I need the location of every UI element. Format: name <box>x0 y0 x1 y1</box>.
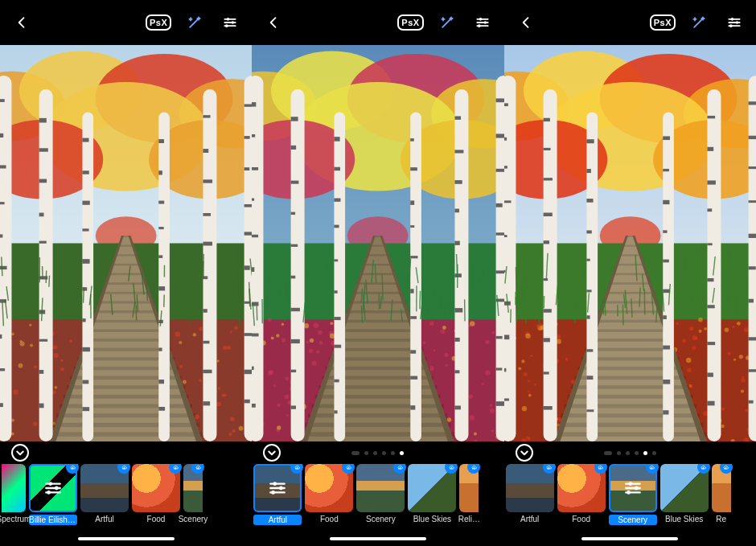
svg-point-49 <box>227 346 231 350</box>
svg-line-307 <box>191 306 191 325</box>
svg-rect-577 <box>455 273 462 277</box>
svg-rect-836 <box>609 282 651 285</box>
svg-rect-260 <box>244 265 250 269</box>
psx-button[interactable]: PsX <box>146 14 171 31</box>
filter-strip[interactable]: SpectrumBillie Eilish Bl…ArtfulFoodScene… <box>0 464 252 532</box>
svg-rect-177 <box>115 254 137 256</box>
svg-rect-837 <box>606 292 655 294</box>
psx-button[interactable]: PsX <box>397 14 423 31</box>
svg-point-752 <box>744 327 749 332</box>
svg-rect-849 <box>564 404 696 408</box>
top-toolbar: PsX <box>252 0 503 45</box>
svg-point-0 <box>227 18 230 21</box>
svg-rect-866 <box>543 89 557 441</box>
svg-point-25 <box>33 421 37 425</box>
svg-point-982 <box>635 486 639 491</box>
svg-point-814 <box>698 330 701 333</box>
svg-rect-221 <box>82 112 93 441</box>
svg-rect-183 <box>94 310 157 313</box>
svg-rect-225 <box>82 228 88 231</box>
filter-thumb-label: Food <box>305 515 353 523</box>
svg-point-121 <box>224 394 226 396</box>
sliders-icon[interactable] <box>470 10 495 35</box>
svg-point-23 <box>183 380 187 384</box>
svg-rect-251 <box>203 341 209 344</box>
svg-point-488 <box>433 349 436 351</box>
filter-thumb-label: Food <box>557 515 606 523</box>
image-canvas[interactable] <box>504 45 756 441</box>
svg-point-372 <box>271 337 274 340</box>
image-canvas[interactable] <box>252 45 503 441</box>
filter-thumb-scenery[interactable]: Scenery <box>356 464 405 523</box>
svg-rect-865 <box>504 398 509 400</box>
svg-point-43 <box>34 365 37 368</box>
svg-point-328 <box>479 18 482 21</box>
svg-rect-554 <box>335 259 339 261</box>
image-canvas[interactable] <box>0 45 252 441</box>
svg-point-435 <box>304 323 309 328</box>
filter-thumb-billie[interactable]: Billie Eilish Bl… <box>29 464 77 525</box>
svg-rect-230 <box>82 380 88 384</box>
svg-point-779 <box>727 352 730 355</box>
sliders-icon[interactable] <box>722 10 746 35</box>
svg-rect-212 <box>39 148 48 151</box>
svg-point-133 <box>230 330 232 333</box>
svg-point-363 <box>277 425 281 429</box>
home-indicator <box>0 532 252 546</box>
svg-point-356 <box>286 377 289 380</box>
back-icon[interactable] <box>514 10 538 35</box>
magic-wand-icon[interactable] <box>435 10 459 35</box>
svg-rect-245 <box>203 149 208 153</box>
svg-rect-535 <box>252 333 259 336</box>
svg-rect-261 <box>244 302 250 304</box>
filter-thumb-spectrum[interactable]: Spectrum <box>2 464 26 523</box>
chevron-down-icon[interactable] <box>11 444 29 462</box>
filter-thumb-reli[interactable]: Reli… <box>459 464 479 523</box>
svg-rect-514 <box>336 339 420 342</box>
back-icon[interactable] <box>10 10 34 35</box>
svg-rect-585 <box>496 169 504 172</box>
svg-point-783 <box>534 384 536 386</box>
svg-line-939 <box>516 267 516 293</box>
svg-point-409 <box>445 353 449 357</box>
filter-strip[interactable]: ArtfulFoodSceneryBlue SkiesRe <box>504 464 756 532</box>
svg-rect-219 <box>39 370 44 374</box>
filter-thumb-artful[interactable]: Artful <box>253 464 302 525</box>
filter-thumb-scenery[interactable]: Scenery <box>609 464 657 525</box>
svg-rect-588 <box>496 270 504 273</box>
svg-rect-884 <box>586 315 590 318</box>
svg-line-969 <box>605 299 606 316</box>
filter-thumb-artful[interactable]: Artful <box>80 464 129 523</box>
filter-thumb-scenery[interactable]: Scenery <box>183 464 203 523</box>
svg-point-767 <box>741 378 745 382</box>
magic-wand-icon[interactable] <box>687 10 711 35</box>
filter-strip[interactable]: ArtfulFoodSceneryBlue SkiesReli… <box>252 464 503 532</box>
svg-point-387 <box>474 433 477 436</box>
filter-thumb-food[interactable]: Food <box>305 464 353 523</box>
psx-button[interactable]: PsX <box>650 14 676 31</box>
svg-point-778 <box>733 359 736 361</box>
svg-rect-592 <box>496 401 504 406</box>
svg-rect-224 <box>82 201 89 205</box>
svg-point-697 <box>724 328 729 333</box>
svg-rect-890 <box>663 169 669 171</box>
svg-point-829 <box>528 394 532 397</box>
filter-thumb-artful[interactable]: Artful <box>506 464 554 523</box>
svg-point-753 <box>689 326 693 330</box>
magic-wand-icon[interactable] <box>183 10 207 35</box>
svg-line-927 <box>622 305 623 326</box>
svg-rect-541 <box>291 181 299 184</box>
svg-rect-910 <box>748 76 756 441</box>
chevron-down-icon[interactable] <box>516 444 533 462</box>
svg-line-273 <box>49 275 50 286</box>
chevron-down-icon[interactable] <box>263 444 281 462</box>
back-icon[interactable] <box>261 10 286 35</box>
svg-rect-838 <box>602 301 658 303</box>
svg-point-803 <box>692 346 696 350</box>
svg-rect-832 <box>622 245 637 247</box>
svg-point-455 <box>273 384 276 387</box>
filter-thumb-reli[interactable]: Re <box>712 464 731 523</box>
sliders-icon[interactable] <box>218 10 242 35</box>
filter-thumb-food[interactable]: Food <box>557 464 606 523</box>
svg-point-169 <box>179 365 183 368</box>
